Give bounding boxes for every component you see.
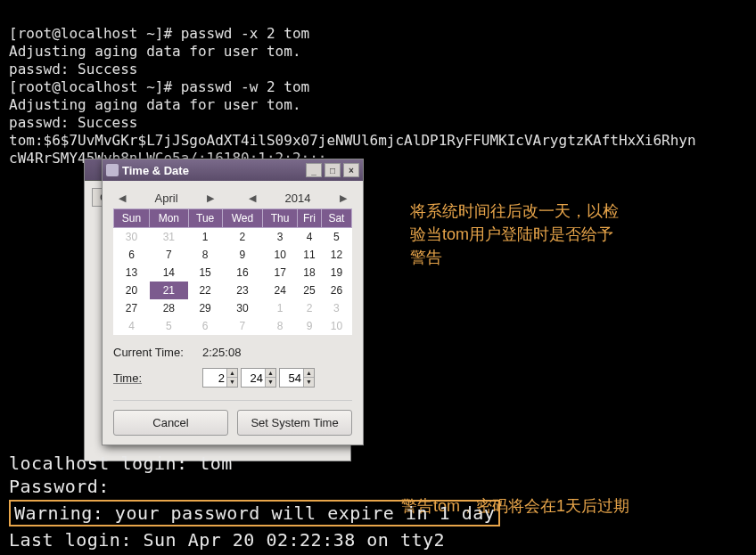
password-prompt: Password: <box>9 475 500 498</box>
minute-stepper[interactable]: ▲▼ <box>241 368 276 388</box>
calendar-dow: Sat <box>321 209 351 228</box>
calendar-day[interactable]: 3 <box>263 228 298 247</box>
calendar-day[interactable]: 8 <box>263 317 298 335</box>
minute-down[interactable]: ▼ <box>265 378 275 387</box>
terminal-output: [root@localhost ~]# passwd -x 2 tom Adju… <box>0 0 756 175</box>
calendar-day[interactable]: 27 <box>114 299 150 317</box>
prev-year-button[interactable]: ◀ <box>243 192 261 204</box>
last-login-line: Last login: Sun Apr 20 02:22:38 on tty2 <box>9 528 500 551</box>
prev-month-button[interactable]: ◀ <box>113 192 131 204</box>
calendar-day[interactable]: 30 <box>114 228 150 247</box>
next-month-button[interactable]: ▶ <box>201 192 219 204</box>
calendar: SunMonTueWedThuFriSat 303112345678910111… <box>113 208 352 335</box>
calendar-day[interactable]: 31 <box>150 228 189 247</box>
cancel-button[interactable]: Cancel <box>113 410 228 436</box>
second-stepper[interactable]: ▲▼ <box>279 368 315 388</box>
calendar-day[interactable]: 8 <box>188 246 222 264</box>
calendar-day[interactable]: 4 <box>298 228 322 247</box>
calendar-day[interactable]: 10 <box>321 317 351 335</box>
term-line: [root@localhost ~]# passwd -w 2 tom <box>9 78 309 95</box>
time-date-dialog: Time & Date _ □ × ◀ April ▶ ◀ 2014 ▶ Sun… <box>102 159 364 445</box>
minute-input[interactable] <box>242 369 265 387</box>
calendar-day[interactable]: 9 <box>298 317 322 335</box>
term-line: tom:$6$7UvMvGKr$L7jJSgoAdXT4ilS09x07jeNW… <box>9 132 696 149</box>
year-label[interactable]: 2014 <box>284 192 310 205</box>
calendar-week: 13141516171819 <box>114 264 352 282</box>
calendar-day[interactable]: 15 <box>188 264 222 282</box>
close-button[interactable]: × <box>343 163 359 177</box>
term-line: [root@localhost ~]# passwd -x 2 tom <box>9 25 309 42</box>
term-line: passwd: Success <box>9 61 138 78</box>
calendar-day[interactable]: 2 <box>298 299 322 317</box>
second-down[interactable]: ▼ <box>303 378 314 387</box>
term-line: passwd: Success <box>9 114 138 131</box>
calendar-day[interactable]: 28 <box>150 299 189 317</box>
calendar-week: 6789101112 <box>114 246 352 264</box>
calendar-day[interactable]: 12 <box>321 246 351 264</box>
calendar-dow: Fri <box>298 209 322 228</box>
calendar-dow: Sun <box>114 209 150 228</box>
dialog-title: Time & Date <box>122 164 189 177</box>
minute-up[interactable]: ▲ <box>265 369 275 378</box>
dialog-titlebar[interactable]: Time & Date _ □ × <box>103 159 363 181</box>
calendar-nav: ◀ April ▶ ◀ 2014 ▶ <box>113 190 352 208</box>
calendar-day[interactable]: 23 <box>222 282 263 299</box>
term-line: Adjusting aging data for user tom. <box>9 96 301 113</box>
current-time-value: 2:25:08 <box>202 346 241 359</box>
calendar-day[interactable]: 6 <box>188 317 222 335</box>
second-input[interactable] <box>280 369 303 387</box>
warning-text: Warning: your password will expire in 1 … <box>14 502 495 524</box>
calendar-week: 27282930123 <box>114 299 352 317</box>
calendar-dow: Wed <box>222 209 263 228</box>
calendar-day[interactable]: 1 <box>188 228 222 247</box>
calendar-day[interactable]: 25 <box>298 282 322 299</box>
calendar-day[interactable]: 26 <box>321 282 351 299</box>
month-label[interactable]: April <box>155 192 178 205</box>
calendar-day[interactable]: 7 <box>222 317 263 335</box>
calendar-day[interactable]: 18 <box>298 264 322 282</box>
annotation-1: 将系统时间往后改一天，以检验当tom用户登陆时是否给予警告 <box>410 200 624 269</box>
hour-stepper[interactable]: ▲▼ <box>202 368 238 388</box>
calendar-day[interactable]: 14 <box>150 264 189 282</box>
calendar-week: 303112345 <box>114 228 352 247</box>
hour-input[interactable] <box>203 369 226 387</box>
calendar-day[interactable]: 29 <box>188 299 222 317</box>
calendar-day[interactable]: 9 <box>222 246 263 264</box>
calendar-day[interactable]: 21 <box>150 282 189 299</box>
calendar-day[interactable]: 11 <box>298 246 322 264</box>
calendar-day[interactable]: 22 <box>188 282 222 299</box>
time-label: Time: <box>113 371 142 385</box>
calendar-header-row: SunMonTueWedThuFriSat <box>114 209 352 228</box>
calendar-dow: Mon <box>150 209 189 228</box>
calendar-day[interactable]: 24 <box>263 282 298 299</box>
calendar-day[interactable]: 13 <box>114 264 150 282</box>
maximize-button[interactable]: □ <box>325 163 341 177</box>
hour-down[interactable]: ▼ <box>226 378 237 387</box>
calendar-day[interactable]: 5 <box>321 228 351 247</box>
calendar-day[interactable]: 1 <box>263 299 298 317</box>
warning-box: Warning: your password will expire in 1 … <box>9 500 500 526</box>
current-time-label: Current Time: <box>113 346 202 359</box>
calendar-day[interactable]: 4 <box>114 317 150 335</box>
calendar-day[interactable]: 17 <box>263 264 298 282</box>
calendar-day[interactable]: 7 <box>150 246 189 264</box>
calendar-dow: Thu <box>263 209 298 228</box>
minimize-button[interactable]: _ <box>306 163 322 177</box>
calendar-day[interactable]: 16 <box>222 264 263 282</box>
hour-up[interactable]: ▲ <box>226 369 237 378</box>
calendar-day[interactable]: 3 <box>321 299 351 317</box>
next-year-button[interactable]: ▶ <box>334 192 352 204</box>
second-up[interactable]: ▲ <box>303 369 314 378</box>
calendar-day[interactable]: 6 <box>114 246 150 264</box>
calendar-week: 45678910 <box>114 317 352 335</box>
calendar-day[interactable]: 20 <box>114 282 150 299</box>
calendar-day[interactable]: 19 <box>321 264 351 282</box>
term-line: Adjusting aging data for user tom. <box>9 43 301 60</box>
dialog-icon <box>106 164 119 176</box>
calendar-day[interactable]: 10 <box>263 246 298 264</box>
login-terminal: localhost login: tom Password: Warning: … <box>0 448 509 555</box>
calendar-day[interactable]: 30 <box>222 299 263 317</box>
calendar-day[interactable]: 2 <box>222 228 263 247</box>
calendar-day[interactable]: 5 <box>150 317 189 335</box>
set-system-time-button[interactable]: Set System Time <box>237 410 352 436</box>
